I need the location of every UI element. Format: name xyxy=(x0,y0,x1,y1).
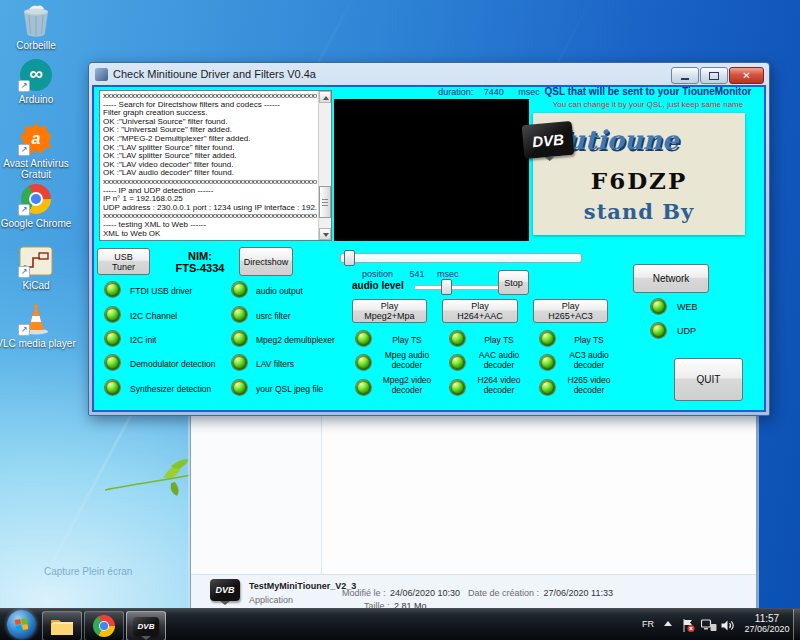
windows-logo-icon xyxy=(14,617,29,632)
created-label: Date de création : xyxy=(468,588,539,598)
duration-value: 7440 xyxy=(484,87,504,97)
icon-label: Arduino xyxy=(0,94,76,105)
led-label: I2C Channel xyxy=(130,311,177,321)
clock-time: 11:57 xyxy=(742,613,792,624)
status-led xyxy=(105,307,120,322)
usb-tuner-button[interactable]: USB Tuner xyxy=(97,248,150,275)
network-button[interactable]: Network xyxy=(633,264,709,293)
play-mpeg2-button[interactable]: Play Mpeg2+Mpa xyxy=(352,299,427,323)
led-label: Play TS xyxy=(372,335,442,345)
maximize-button[interactable] xyxy=(700,67,728,84)
recycle-bin-icon xyxy=(18,3,54,39)
log-box: xxxxxxxxxxxxxxxxxxxxxxxxxxxxxxxxxxxxxxxx… xyxy=(99,90,332,241)
start-button[interactable] xyxy=(7,610,36,639)
log-scrollbar[interactable] xyxy=(318,91,331,240)
audio-level-slider-thumb[interactable] xyxy=(441,279,452,295)
log-line: ----- Search for Directshow filters and … xyxy=(103,101,317,110)
led-label: Play TS xyxy=(466,335,532,345)
qsl-card-image: Tutioune DVB F6DZP stand By xyxy=(533,113,745,235)
icon-label: Avast Antivirus Gratuit xyxy=(0,158,76,180)
close-button[interactable]: ✕ xyxy=(729,67,764,84)
play-h265-button[interactable]: Play H265+AC3 xyxy=(533,299,608,323)
taskbar-clock[interactable]: 11:57 27/06/2020 xyxy=(742,613,792,634)
position-slider-thumb[interactable] xyxy=(344,250,355,266)
file-type: Application xyxy=(249,595,293,605)
app-window: Check Minitioune Driver and Filters V0.4… xyxy=(88,62,770,416)
stop-button[interactable]: Stop xyxy=(498,270,529,295)
directshow-button[interactable]: Directshow xyxy=(239,247,293,276)
minimize-button[interactable] xyxy=(671,67,699,84)
audio-level-slider-track[interactable] xyxy=(414,285,504,290)
desktop-icon-arduino[interactable]: ∞ ↗ Arduino xyxy=(0,58,76,105)
position-readout: position 541 msec xyxy=(362,269,459,279)
file-name: TestMyMiniTiouner_V2_3 xyxy=(249,581,356,591)
status-led xyxy=(105,355,120,370)
desktop-icon-corbeille[interactable]: Corbeille xyxy=(0,4,76,51)
language-indicator[interactable]: FR xyxy=(642,619,654,629)
folder-icon xyxy=(50,617,74,636)
position-label: position xyxy=(362,269,393,279)
dvb-logo-icon: DVB xyxy=(522,121,575,159)
screenshot-watermark: Capture Plein écran xyxy=(44,566,132,577)
web-label: WEB xyxy=(677,302,698,312)
maximize-icon xyxy=(709,72,719,80)
led-label: H265 video decoder xyxy=(556,375,622,395)
desktop-icon-avast[interactable]: a ↗ Avast Antivirus Gratuit xyxy=(0,122,76,180)
led-label: your QSL jpeg file xyxy=(256,384,323,394)
qsl-subheader: You can change it by your QSL, just keep… xyxy=(536,100,760,109)
title-bar[interactable]: Check Minitioune Driver and Filters V0.4… xyxy=(89,63,769,85)
scroll-down-button[interactable] xyxy=(319,228,331,240)
icon-label: VLC media player xyxy=(0,338,76,349)
play-h264-button[interactable]: Play H264+AAC xyxy=(442,299,518,323)
qsl-status: stand By xyxy=(533,199,745,224)
log-line: OK :"MPEG-2 Demultiplexer" filter added. xyxy=(103,135,317,144)
status-led xyxy=(232,380,247,395)
desktop-icon-kicad[interactable]: ↗ KiCad xyxy=(0,244,76,291)
log-line: UDP address : 230.0.0.1 port : 1234 usin… xyxy=(103,204,317,213)
status-led xyxy=(540,355,555,370)
taskbar-dvb-app-button[interactable]: DVB xyxy=(126,611,166,640)
status-led xyxy=(356,331,371,346)
tray-expand-icon[interactable] xyxy=(664,621,672,626)
log-lines: xxxxxxxxxxxxxxxxxxxxxxxxxxxxxxxxxxxxxxxx… xyxy=(103,92,317,238)
led-label: LAV filters xyxy=(256,359,294,369)
close-icon: ✕ xyxy=(742,71,750,81)
led-label: AC3 audio decoder xyxy=(556,350,622,370)
clock-date: 27/06/2020 xyxy=(742,624,792,634)
icon-label: Corbeille xyxy=(0,40,76,51)
position-unit: msec xyxy=(437,269,459,279)
status-led xyxy=(540,380,555,395)
desktop-icon-vlc[interactable]: ↗ VLC media player xyxy=(0,302,76,349)
network-tray-icon[interactable] xyxy=(701,619,717,632)
chrome-icon xyxy=(93,615,115,637)
icon-label: KiCad xyxy=(0,280,76,291)
app-client-area: xxxxxxxxxxxxxxxxxxxxxxxxxxxxxxxxxxxxxxxx… xyxy=(92,85,766,412)
show-desktop-button[interactable] xyxy=(793,609,800,640)
nim-value: FTS-4334 xyxy=(154,262,246,274)
position-slider-track[interactable] xyxy=(340,253,582,263)
log-line: xxxxxxxxxxxxxxxxxxxxxxxxxxxxxxxxxxxxxxxx… xyxy=(103,92,317,101)
status-led xyxy=(232,282,247,297)
scrollbar-thumb[interactable] xyxy=(319,186,331,218)
status-led xyxy=(232,307,247,322)
scroll-up-button[interactable] xyxy=(319,91,331,103)
led-label: Mpeg audio decoder xyxy=(372,350,442,370)
volume-tray-icon[interactable] xyxy=(721,619,734,632)
taskbar-chrome-button[interactable] xyxy=(84,611,124,640)
led-label: Demodulator detection xyxy=(130,359,216,369)
status-led xyxy=(356,355,371,370)
action-center-flag-icon[interactable] xyxy=(681,618,695,633)
log-line: OK :"LAV video decoder" filter found. xyxy=(103,161,317,170)
desktop-icon-chrome[interactable]: ↗ Google Chrome xyxy=(0,182,76,229)
status-led xyxy=(450,331,465,346)
created-value: 27/06/2020 11:33 xyxy=(544,588,613,598)
taskbar-explorer-button[interactable] xyxy=(42,611,82,640)
nim-readout: NIM: FTS-4334 xyxy=(154,250,246,274)
log-line: OK :"LAV splitter Source" filter found. xyxy=(103,144,317,153)
qsl-header: QSL that will be sent to your TiouneMoni… xyxy=(534,86,762,97)
nim-label: NIM: xyxy=(154,250,246,262)
quit-button[interactable]: QUIT xyxy=(674,358,743,401)
led-label: FTDI USB driver xyxy=(130,286,192,296)
app-window-icon xyxy=(95,68,108,81)
status-led xyxy=(105,331,120,346)
